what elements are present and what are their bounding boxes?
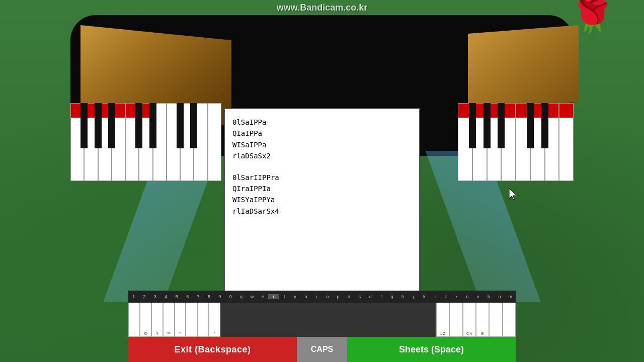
key-label: p (333, 294, 343, 299)
sheet-line: 0lSaIPPa (232, 117, 412, 128)
key-label: g (386, 294, 397, 299)
key-label: 6 (182, 294, 193, 299)
mini-white-key[interactable]: % (163, 302, 175, 337)
sheet-block-2: 0lSarIIPPra QIraIPPIa WISYaIPPYa rlIaDSa… (232, 172, 412, 217)
sheet-line: WISaIPPa (232, 139, 412, 150)
bottom-button-bar: Exit (Backspace) CAPS Sheets (Space) (128, 337, 516, 362)
key-label: t (279, 294, 289, 299)
mini-white-key[interactable] (503, 302, 516, 337)
key-label: 3 (150, 294, 160, 299)
caps-button[interactable]: CAPS (297, 337, 347, 362)
mini-white-key[interactable]: C V (463, 302, 476, 337)
mini-white-key[interactable]: @ (140, 302, 151, 337)
key-label: 1 (128, 294, 139, 299)
flower-decoration: 🌹 (569, 0, 616, 35)
key-label: v (473, 294, 484, 299)
key-label: e (258, 294, 268, 299)
mini-white-key[interactable] (197, 302, 209, 337)
key-label: m (505, 294, 516, 299)
sheet-line: QIraIPPIa (232, 183, 412, 194)
key-label: f (376, 294, 386, 299)
black-key[interactable] (149, 103, 156, 148)
black-key[interactable] (95, 103, 102, 148)
sheet-line: rlIaDSarSx4 (232, 206, 412, 217)
black-key[interactable] (190, 103, 197, 148)
watermark: www.Bandicam.co.kr (277, 3, 367, 13)
keyboard-label-bar: 1 2 3 4 5 6 7 8 9 0 q w e r t y u i o p … (128, 291, 516, 303)
black-key[interactable] (498, 103, 505, 148)
key-label: z (440, 294, 451, 299)
black-key[interactable] (135, 103, 142, 148)
black-key[interactable] (108, 103, 115, 148)
mini-white-key[interactable] (449, 302, 462, 337)
key-label: h (397, 294, 408, 299)
white-key[interactable] (559, 103, 574, 181)
black-key[interactable] (527, 103, 534, 148)
black-key[interactable] (484, 103, 491, 148)
white-key[interactable] (208, 103, 221, 181)
key-label: 9 (214, 294, 225, 299)
sheet-line: 0lSarIIPPra (232, 172, 412, 183)
piano-keys-right (458, 103, 574, 181)
sheets-button[interactable]: Sheets (Space) (347, 337, 516, 362)
sheet-panel: 0lSaIPPa QIaIPPa WISaIPPa rlaDSaSx2 0lSa… (224, 108, 420, 307)
black-key[interactable] (469, 103, 476, 148)
mini-white-key[interactable]: ' (209, 302, 220, 337)
black-key[interactable] (541, 103, 548, 148)
mini-white-key[interactable] (186, 302, 197, 337)
key-label: 4 (160, 294, 171, 299)
key-label: a (344, 294, 354, 299)
key-label: r (268, 294, 279, 299)
black-key[interactable] (80, 103, 88, 148)
sheet-line: QIaIPPa (232, 128, 412, 139)
sheet-line: WISYaIPPYa (232, 194, 412, 205)
key-label: o (322, 294, 333, 299)
mini-white-key[interactable]: B (476, 302, 489, 337)
exit-button[interactable]: Exit (Backspace) (128, 337, 297, 362)
black-key[interactable] (177, 103, 184, 148)
key-label: x (451, 294, 462, 299)
key-label: 7 (193, 294, 203, 299)
key-label: k (419, 294, 430, 299)
key-label: l (430, 294, 440, 299)
sheet-block-1: 0lSaIPPa QIaIPPa WISaIPPa rlaDSaSx2 (232, 117, 412, 162)
key-label: y (290, 294, 300, 299)
key-label: s (354, 294, 365, 299)
key-label: b (484, 294, 494, 299)
key-label: u (300, 294, 311, 299)
key-label: 5 (172, 294, 182, 299)
mini-white-key[interactable]: L Z (436, 302, 449, 337)
mini-white-key[interactable]: $ (151, 302, 163, 337)
key-label: d (365, 294, 376, 299)
mini-piano-left: ! @ $ % ^ ' (128, 302, 221, 337)
key-label: 2 (139, 294, 149, 299)
key-label: c (462, 294, 472, 299)
mini-piano-right: L Z C V B (435, 302, 516, 337)
sheet-line: rlaDSaSx2 (232, 150, 412, 161)
key-label: i (311, 294, 322, 299)
key-label: n (494, 294, 505, 299)
keyboard-middle-gap (221, 302, 435, 337)
mini-white-key[interactable] (489, 302, 502, 337)
mini-white-key[interactable]: ! (128, 302, 140, 337)
key-label: 8 (204, 294, 214, 299)
piano-keys-left (70, 103, 221, 181)
key-label: w (247, 294, 257, 299)
key-label: q (236, 294, 247, 299)
piano-interior-right (468, 25, 579, 111)
mini-white-key[interactable]: ^ (175, 302, 186, 337)
keyboard-keys-bar: ! @ $ % ^ ' L Z C V B (128, 302, 516, 337)
key-label: 0 (225, 294, 236, 299)
key-label: j (408, 294, 419, 299)
